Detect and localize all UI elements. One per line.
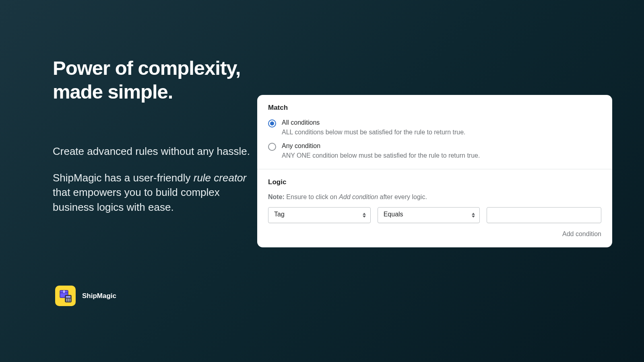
match-section: Match All conditions ALL conditions belo… xyxy=(257,95,612,169)
svg-point-5 xyxy=(66,298,67,299)
body-copy: Create advanced rules without any hassle… xyxy=(53,144,254,215)
radio-input-any[interactable] xyxy=(268,143,276,151)
radio-description-any: ANY ONE condition below must be satisfie… xyxy=(282,152,480,159)
radio-any-condition[interactable]: Any condition ANY ONE condition below mu… xyxy=(268,142,601,159)
radio-label-any: Any condition xyxy=(282,142,480,150)
condition-operator-select[interactable]: Equals xyxy=(378,207,480,223)
add-condition-button[interactable]: Add condition xyxy=(562,230,601,237)
condition-value-input[interactable] xyxy=(487,207,601,223)
rule-creator-card: Match All conditions ALL conditions belo… xyxy=(257,95,612,247)
svg-point-6 xyxy=(68,298,68,299)
logic-title: Logic xyxy=(268,178,601,186)
radio-all-conditions[interactable]: All conditions ALL conditions below must… xyxy=(268,119,601,136)
radio-description-all: ALL conditions below must be satisfied f… xyxy=(282,129,466,136)
body-paragraph-1: Create advanced rules without any hassle… xyxy=(53,144,254,158)
logic-note: Note: Ensure to click on Add condition a… xyxy=(268,193,601,201)
brand-name: ShipMagic xyxy=(82,292,116,300)
brand-row: ShipMagic xyxy=(55,286,116,306)
match-radio-group: All conditions ALL conditions below must… xyxy=(268,119,601,159)
svg-point-10 xyxy=(69,300,70,301)
svg-point-7 xyxy=(69,298,70,299)
radio-label-all: All conditions xyxy=(282,119,466,126)
svg-point-8 xyxy=(66,300,67,301)
svg-rect-2 xyxy=(63,290,65,293)
svg-rect-4 xyxy=(66,296,70,298)
radio-input-all[interactable] xyxy=(268,119,276,128)
body-paragraph-2: ShipMagic has a user-friendly rule creat… xyxy=(53,171,254,214)
condition-field-select[interactable]: Tag xyxy=(268,207,371,223)
match-title: Match xyxy=(268,104,601,112)
headline: Power of complexity, made simple. xyxy=(53,56,254,104)
brand-logo xyxy=(55,286,76,306)
svg-point-9 xyxy=(68,300,68,301)
condition-row: Tag Equals xyxy=(268,207,601,223)
logic-section: Logic Note: Ensure to click on Add condi… xyxy=(257,169,612,247)
package-calculator-icon xyxy=(59,289,72,303)
